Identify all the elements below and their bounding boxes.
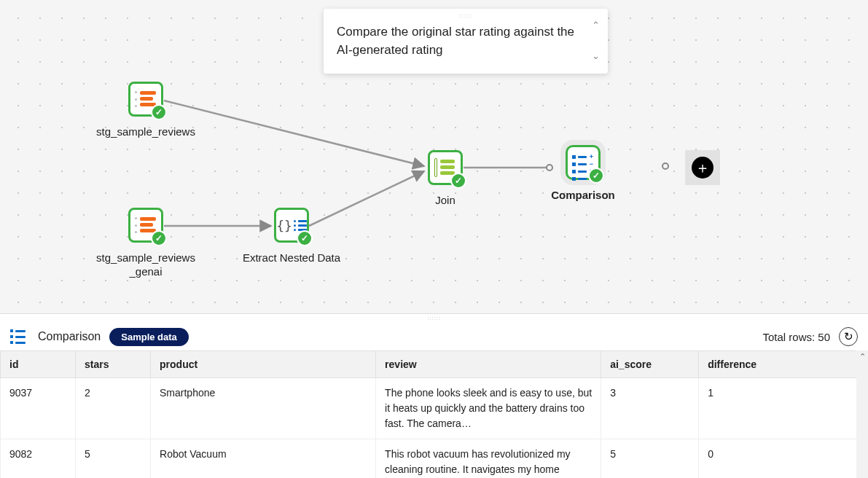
cell-ai-score: 3 (601, 378, 699, 439)
node-label: stg_sample_reviews (87, 125, 204, 139)
cell-ai-score: 5 (601, 439, 699, 479)
panel-title: Comparison (38, 330, 101, 343)
cell-id: 9082 (1, 439, 76, 479)
success-check-icon: ✓ (151, 104, 167, 120)
refresh-button[interactable]: ↻ (839, 327, 858, 346)
col-review[interactable]: review (376, 351, 601, 378)
success-check-icon: ✓ (450, 173, 466, 189)
join-icon: ✓ (428, 150, 463, 185)
node-extract-nested-data[interactable]: {} ✓ Extract Nested Data (226, 208, 357, 265)
col-product[interactable]: product (151, 351, 376, 378)
scroll-up-icon[interactable]: ⌃ (592, 19, 602, 33)
plus-icon: ＋ (692, 157, 713, 179)
data-table: id stars product review ai_score differe… (0, 350, 868, 478)
cell-product: Robot Vacuum (151, 439, 376, 479)
cell-product: Smartphone (151, 378, 376, 439)
cell-review: This robot vacuum has revolutionized my … (376, 439, 601, 479)
panel-header: Comparison Sample data Total rows: 50 ↻ (0, 323, 868, 350)
node-description-tooltip[interactable]: :::::: Compare the original star rating … (324, 9, 608, 74)
node-label: Join (413, 194, 478, 208)
node-join[interactable]: ✓ Join (413, 150, 478, 208)
cell-review: The phone looks sleek and is easy to use… (376, 378, 601, 439)
success-check-icon: ✓ (297, 230, 313, 246)
scroll-down-icon[interactable]: ⌄ (592, 50, 602, 63)
comparison-icon: + − × ÷ ✓ (566, 145, 601, 180)
col-id[interactable]: id (1, 351, 76, 378)
node-label: Extract Nested Data (226, 251, 357, 265)
panel-drag-handle[interactable]: :::::: (0, 314, 868, 323)
extract-nested-icon: {} ✓ (274, 208, 309, 243)
success-check-icon: ✓ (151, 230, 167, 246)
table-row[interactable]: 9037 2 Smartphone The phone looks sleek … (1, 378, 868, 439)
drag-handle-icon[interactable]: :::::: (458, 12, 472, 20)
source-table-icon: ✓ (128, 208, 163, 243)
comparison-icon (10, 329, 29, 344)
tooltip-scrollbar[interactable]: ⌃ ⌄ (592, 19, 602, 63)
data-preview-panel: :::::: Comparison Sample data Total rows… (0, 313, 868, 478)
table-row[interactable]: 9082 5 Robot Vacuum This robot vacuum ha… (1, 439, 868, 479)
table-header-row: id stars product review ai_score differe… (1, 351, 868, 378)
data-table-wrap: id stars product review ai_score differe… (0, 350, 868, 478)
add-node-button[interactable]: ＋ (685, 150, 720, 185)
scroll-up-icon[interactable]: ⌃ (859, 350, 866, 363)
cell-stars: 5 (76, 439, 151, 479)
col-stars[interactable]: stars (76, 351, 151, 378)
pipeline-canvas[interactable]: ✓ stg_sample_reviews ✓ stg_sample_review… (0, 0, 868, 313)
node-label: stg_sample_reviews_genai (87, 251, 204, 279)
col-difference[interactable]: difference (699, 351, 868, 378)
cell-id: 9037 (1, 378, 76, 439)
sample-data-badge[interactable]: Sample data (109, 328, 189, 346)
node-comparison[interactable]: + − × ÷ ✓ Comparison (539, 145, 627, 203)
cell-difference: 1 (699, 378, 868, 439)
node-stg-sample-reviews-genai[interactable]: ✓ stg_sample_reviews_genai (87, 208, 204, 279)
success-check-icon: ✓ (588, 168, 604, 184)
output-port[interactable] (662, 162, 669, 170)
source-table-icon: ✓ (128, 82, 163, 117)
col-ai-score[interactable]: ai_score (601, 351, 699, 378)
node-stg-sample-reviews[interactable]: ✓ stg_sample_reviews (87, 82, 204, 139)
table-scrollbar[interactable]: ⌃ (856, 350, 868, 478)
node-label: Comparison (539, 189, 627, 203)
tooltip-text: Compare the original star rating against… (337, 25, 574, 57)
refresh-icon: ↻ (844, 330, 853, 343)
total-rows-label: Total rows: 50 (762, 331, 830, 343)
cell-difference: 0 (699, 439, 868, 479)
cell-stars: 2 (76, 378, 151, 439)
